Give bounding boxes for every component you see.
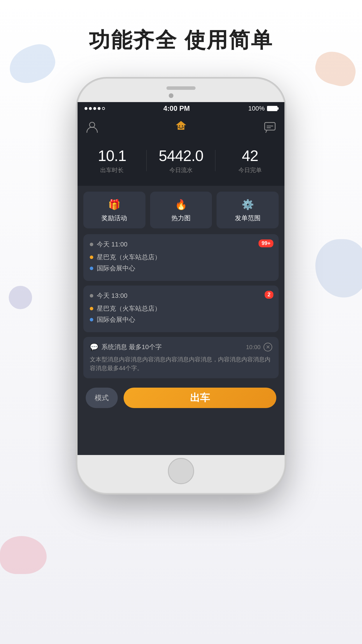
app-logo [169,118,193,135]
action-range[interactable]: ⚙️ 发单范围 [217,192,279,228]
stat-revenue-value: 5442.0 [147,147,216,164]
bottom-actions: 模式 出车 [78,383,284,414]
order-1-from-row: 星巴克（火车站总店） [90,253,272,262]
order-2-status-dot [90,294,93,298]
go-label: 出车 [190,391,210,405]
order-2-time-row: 今天 13:00 [90,291,272,300]
signal-dot-3 [93,107,96,110]
status-time: 4:00 PM [164,104,190,113]
notification-card: 💬 系统消息 最多10个字 10:00 ✕ 文本型消息内容消息内容消息内容消息内… [83,337,279,378]
stat-orders: 42 今日完单 [215,147,284,174]
order-2-from-row: 星巴克（火车站总店） [90,304,272,313]
notif-body: 文本型消息内容消息内容消息内容消息内容消息，内容消息内容消息内容消息最多44个字… [90,355,272,372]
notif-message-icon: 💬 [90,343,99,351]
order-2-to-dot [90,318,93,321]
heatmap-icon: 🔥 [175,199,187,210]
action-incentives[interactable]: 🎁 奖励活动 [83,192,145,228]
svg-point-2 [182,125,183,127]
stat-orders-value: 42 [215,147,284,164]
order-1-time: 今天 11:00 [97,240,127,249]
stat-duration-value: 10.1 [78,147,147,164]
stat-revenue-label: 今日流水 [147,166,216,174]
decorative-blob-4 [9,286,32,309]
stat-duration-label: 出车时长 [78,166,147,174]
notif-time: 10:00 [246,344,261,351]
signal-dot-4 [98,107,101,110]
order-2-to: 国际会展中心 [97,315,135,324]
phone-speaker [166,86,196,90]
quick-actions: 🎁 奖励活动 🔥 热力图 ⚙️ 发单范围 [78,186,284,234]
phone-home-button[interactable] [168,458,194,484]
stat-orders-label: 今日完单 [215,166,284,174]
signal-dot-2 [89,107,92,110]
order-2-from: 星巴克（火车站总店） [97,304,161,313]
stat-duration: 10.1 出车时长 [78,147,147,174]
range-icon: ⚙️ [242,199,254,210]
order-1-status-dot [90,243,93,246]
order-1-from-dot [90,256,93,259]
action-heatmap-label: 热力图 [171,214,191,223]
order-1-time-row: 今天 11:00 [90,240,272,249]
battery-icon [267,106,277,111]
phone-screen: 4:00 PM 100% [78,102,284,455]
order-2-to-row: 国际会展中心 [90,315,272,324]
notif-header: 💬 系统消息 最多10个字 10:00 ✕ [90,343,272,351]
phone-frame: 4:00 PM 100% [78,79,284,493]
status-bar: 4:00 PM 100% [78,102,284,115]
action-incentives-label: 奖励活动 [101,214,127,223]
battery-percent: 100% [248,105,265,112]
page-title: 功能齐全 使用简单 [0,26,362,54]
header-nav [78,115,284,138]
notif-title-row: 💬 系统消息 最多10个字 [90,343,162,351]
order-1-to: 国际会展中心 [97,264,135,273]
phone-camera [169,93,173,98]
order-2-badge: 2 [265,291,273,299]
svg-point-1 [179,125,180,127]
mode-label: 模式 [95,393,109,402]
order-2-from-dot [90,307,93,310]
gift-icon: 🎁 [108,199,120,210]
user-icon[interactable] [86,120,99,133]
notif-close-button[interactable]: ✕ [263,343,272,351]
go-button[interactable]: 出车 [124,388,276,408]
close-icon: ✕ [266,344,270,350]
order-1-to-dot [90,267,93,270]
stat-revenue: 5442.0 今日流水 [147,147,216,174]
signal-dot-1 [85,107,87,110]
battery-area: 100% [248,105,277,112]
battery-fill [268,106,277,111]
action-range-label: 发单范围 [235,214,261,223]
message-icon[interactable] [263,120,276,133]
mode-button[interactable]: 模式 [86,388,118,408]
svg-point-0 [89,122,95,127]
order-1-from: 星巴克（火车站总店） [97,253,161,262]
notif-title: 系统消息 最多10个字 [101,343,162,351]
action-heatmap[interactable]: 🔥 热力图 [150,192,212,228]
signal-dot-5 [102,107,105,110]
order-1-to-row: 国际会展中心 [90,264,272,273]
order-2-time: 今天 13:00 [97,291,127,300]
signal-dots [85,107,105,110]
stats-section: 10.1 出车时长 5442.0 今日流水 42 今日完单 [78,138,284,186]
order-1-badge: 99+ [259,239,273,247]
order-card-2[interactable]: 今天 13:00 2 星巴克（火车站总店） 国际会展中心 [83,286,279,332]
order-card-1[interactable]: 今天 11:00 99+ 星巴克（火车站总店） 国际会展中心 [83,234,279,281]
